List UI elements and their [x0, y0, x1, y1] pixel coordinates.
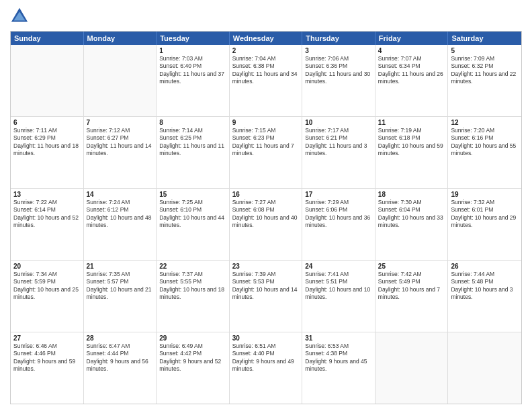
- day-number: 24: [305, 263, 372, 270]
- day-number: 6: [13, 119, 81, 126]
- calendar-cell: [11, 45, 84, 116]
- cell-info: Sunrise: 7:11 AM Sunset: 6:29 PM Dayligh…: [13, 127, 81, 158]
- cell-info: Sunrise: 6:51 AM Sunset: 4:40 PM Dayligh…: [232, 342, 300, 373]
- cell-info: Sunrise: 7:22 AM Sunset: 6:14 PM Dayligh…: [13, 199, 81, 230]
- day-number: 16: [232, 191, 300, 198]
- calendar-cell: 18Sunrise: 7:30 AM Sunset: 6:04 PM Dayli…: [375, 189, 449, 260]
- cell-info: Sunrise: 7:04 AM Sunset: 6:38 PM Dayligh…: [232, 55, 300, 86]
- calendar-cell: 23Sunrise: 7:39 AM Sunset: 5:53 PM Dayli…: [230, 261, 303, 332]
- cell-info: Sunrise: 7:15 AM Sunset: 6:23 PM Dayligh…: [232, 127, 300, 158]
- day-number: 28: [87, 334, 154, 342]
- day-number: 25: [378, 263, 445, 270]
- calendar-cell: [84, 45, 157, 116]
- calendar-header: SundayMondayTuesdayWednesdayThursdayFrid…: [11, 32, 521, 45]
- cell-info: Sunrise: 7:44 AM Sunset: 5:48 PM Dayligh…: [451, 271, 519, 302]
- cell-info: Sunrise: 7:25 AM Sunset: 6:10 PM Dayligh…: [159, 199, 226, 230]
- day-number: 10: [305, 119, 372, 126]
- cell-info: Sunrise: 6:53 AM Sunset: 4:38 PM Dayligh…: [305, 342, 372, 373]
- calendar-cell: 4Sunrise: 7:07 AM Sunset: 6:34 PM Daylig…: [375, 45, 449, 116]
- calendar-cell: [375, 332, 449, 404]
- cell-info: Sunrise: 7:17 AM Sunset: 6:21 PM Dayligh…: [305, 127, 372, 158]
- day-number: 31: [305, 334, 372, 342]
- cell-info: Sunrise: 7:09 AM Sunset: 6:32 PM Dayligh…: [451, 55, 519, 86]
- cell-info: Sunrise: 7:12 AM Sunset: 6:27 PM Dayligh…: [87, 127, 154, 158]
- day-number: 17: [305, 191, 372, 198]
- day-number: 19: [451, 191, 519, 198]
- cell-info: Sunrise: 7:41 AM Sunset: 5:51 PM Dayligh…: [305, 271, 372, 302]
- weekday-header: Monday: [84, 32, 157, 45]
- calendar-row: 27Sunrise: 6:46 AM Sunset: 4:46 PM Dayli…: [11, 332, 521, 404]
- calendar-cell: 21Sunrise: 7:35 AM Sunset: 5:57 PM Dayli…: [84, 261, 157, 332]
- logo-icon: [10, 7, 29, 26]
- day-number: 30: [232, 334, 300, 342]
- calendar-row: 1Sunrise: 7:03 AM Sunset: 6:40 PM Daylig…: [11, 45, 521, 117]
- cell-info: Sunrise: 7:30 AM Sunset: 6:04 PM Dayligh…: [378, 199, 445, 230]
- calendar-cell: 7Sunrise: 7:12 AM Sunset: 6:27 PM Daylig…: [84, 117, 157, 188]
- cell-info: Sunrise: 7:34 AM Sunset: 5:59 PM Dayligh…: [13, 271, 81, 302]
- day-number: 26: [451, 263, 519, 270]
- cell-info: Sunrise: 7:35 AM Sunset: 5:57 PM Dayligh…: [87, 271, 154, 302]
- day-number: 9: [232, 119, 300, 126]
- calendar-row: 20Sunrise: 7:34 AM Sunset: 5:59 PM Dayli…: [11, 261, 521, 332]
- calendar-cell: 8Sunrise: 7:14 AM Sunset: 6:25 PM Daylig…: [157, 117, 230, 188]
- day-number: 5: [451, 47, 519, 54]
- cell-info: Sunrise: 6:49 AM Sunset: 4:42 PM Dayligh…: [159, 342, 226, 373]
- calendar-cell: 27Sunrise: 6:46 AM Sunset: 4:46 PM Dayli…: [11, 332, 84, 404]
- day-number: 1: [159, 47, 226, 54]
- weekday-header: Wednesday: [230, 32, 303, 45]
- calendar-cell: 13Sunrise: 7:22 AM Sunset: 6:14 PM Dayli…: [11, 189, 84, 260]
- calendar-cell: 15Sunrise: 7:25 AM Sunset: 6:10 PM Dayli…: [157, 189, 230, 260]
- calendar-cell: 14Sunrise: 7:24 AM Sunset: 6:12 PM Dayli…: [84, 189, 157, 260]
- day-number: 15: [159, 191, 226, 198]
- day-number: 21: [87, 263, 154, 270]
- calendar-cell: 2Sunrise: 7:04 AM Sunset: 6:38 PM Daylig…: [230, 45, 303, 116]
- weekday-header: Thursday: [302, 32, 375, 45]
- calendar-cell: 5Sunrise: 7:09 AM Sunset: 6:32 PM Daylig…: [448, 45, 521, 116]
- calendar-cell: 19Sunrise: 7:32 AM Sunset: 6:01 PM Dayli…: [448, 189, 521, 260]
- calendar-cell: 17Sunrise: 7:29 AM Sunset: 6:06 PM Dayli…: [302, 189, 375, 260]
- logo: [10, 7, 32, 26]
- calendar-cell: [448, 332, 521, 404]
- day-number: 2: [232, 47, 300, 54]
- cell-info: Sunrise: 6:46 AM Sunset: 4:46 PM Dayligh…: [13, 342, 81, 373]
- cell-info: Sunrise: 7:37 AM Sunset: 5:55 PM Dayligh…: [159, 271, 226, 302]
- calendar-cell: 25Sunrise: 7:42 AM Sunset: 5:49 PM Dayli…: [375, 261, 449, 332]
- calendar-cell: 20Sunrise: 7:34 AM Sunset: 5:59 PM Dayli…: [11, 261, 84, 332]
- day-number: 8: [159, 119, 226, 126]
- cell-info: Sunrise: 7:27 AM Sunset: 6:08 PM Dayligh…: [232, 199, 300, 230]
- day-number: 23: [232, 263, 300, 270]
- day-number: 20: [13, 263, 81, 270]
- day-number: 14: [87, 191, 154, 198]
- calendar-row: 6Sunrise: 7:11 AM Sunset: 6:29 PM Daylig…: [11, 117, 521, 189]
- calendar-cell: 12Sunrise: 7:20 AM Sunset: 6:16 PM Dayli…: [448, 117, 521, 188]
- cell-info: Sunrise: 6:47 AM Sunset: 4:44 PM Dayligh…: [87, 342, 154, 373]
- calendar-cell: 29Sunrise: 6:49 AM Sunset: 4:42 PM Dayli…: [157, 332, 230, 404]
- calendar-cell: 10Sunrise: 7:17 AM Sunset: 6:21 PM Dayli…: [302, 117, 375, 188]
- day-number: 18: [378, 191, 445, 198]
- day-number: 4: [378, 47, 445, 54]
- weekday-header: Sunday: [11, 32, 84, 45]
- calendar-cell: 3Sunrise: 7:06 AM Sunset: 6:36 PM Daylig…: [302, 45, 375, 116]
- cell-info: Sunrise: 7:14 AM Sunset: 6:25 PM Dayligh…: [159, 127, 226, 158]
- calendar-cell: 11Sunrise: 7:19 AM Sunset: 6:18 PM Dayli…: [375, 117, 449, 188]
- weekday-header: Saturday: [448, 32, 521, 45]
- calendar: SundayMondayTuesdayWednesdayThursdayFrid…: [10, 31, 522, 404]
- weekday-header: Friday: [375, 32, 449, 45]
- cell-info: Sunrise: 7:24 AM Sunset: 6:12 PM Dayligh…: [87, 199, 154, 230]
- cell-info: Sunrise: 7:42 AM Sunset: 5:49 PM Dayligh…: [378, 271, 445, 302]
- calendar-cell: 24Sunrise: 7:41 AM Sunset: 5:51 PM Dayli…: [302, 261, 375, 332]
- calendar-body: 1Sunrise: 7:03 AM Sunset: 6:40 PM Daylig…: [11, 45, 521, 404]
- header: [10, 7, 522, 26]
- calendar-cell: 31Sunrise: 6:53 AM Sunset: 4:38 PM Dayli…: [302, 332, 375, 404]
- cell-info: Sunrise: 7:03 AM Sunset: 6:40 PM Dayligh…: [159, 55, 226, 86]
- weekday-header: Tuesday: [157, 32, 230, 45]
- page: SundayMondayTuesdayWednesdayThursdayFrid…: [0, 0, 532, 411]
- day-number: 13: [13, 191, 81, 198]
- calendar-cell: 6Sunrise: 7:11 AM Sunset: 6:29 PM Daylig…: [11, 117, 84, 188]
- cell-info: Sunrise: 7:19 AM Sunset: 6:18 PM Dayligh…: [378, 127, 445, 158]
- cell-info: Sunrise: 7:20 AM Sunset: 6:16 PM Dayligh…: [451, 127, 519, 158]
- calendar-cell: 30Sunrise: 6:51 AM Sunset: 4:40 PM Dayli…: [230, 332, 303, 404]
- cell-info: Sunrise: 7:29 AM Sunset: 6:06 PM Dayligh…: [305, 199, 372, 230]
- day-number: 12: [451, 119, 519, 126]
- day-number: 7: [87, 119, 154, 126]
